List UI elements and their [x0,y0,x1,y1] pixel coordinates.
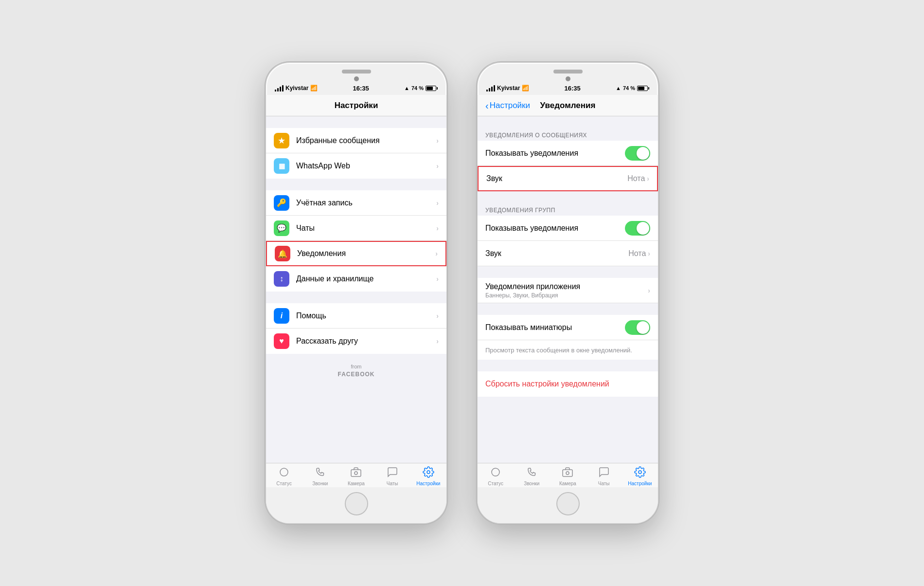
tab-calls-left[interactable]: Звонки [308,466,332,486]
chevron-icon-2: › [436,162,439,170]
chats-tab-label: Чаты [387,481,398,486]
settings-content-right: УВЕДОМЛЕНИЯ О СООБЩЕНИЯХ Показывать увед… [478,116,658,463]
tab-status-left[interactable]: Статус [272,466,296,486]
back-button[interactable]: ‹ Настройки [485,101,530,110]
group-show-notifications-item[interactable]: Показывать уведомления [478,216,658,241]
from-label: from [271,364,442,369]
chevron-icon-7: › [436,312,439,320]
time-right: 16:35 [565,85,581,92]
chevron-icon: › [436,137,439,145]
nav-bar-right: ‹ Настройки Уведомления [478,95,658,116]
home-button-area-right [478,487,658,523]
messages-section-list: Показывать уведомления Звук Нота › [478,141,658,191]
speaker-left [342,70,371,73]
help-icon: i [274,308,289,324]
chats-label: Чаты [296,224,436,233]
sound-item[interactable]: Звук Нота › [478,166,658,191]
svg-point-7 [639,471,641,474]
app-notifications-section: Уведомления приложения Баннеры, Звуки, В… [478,278,658,303]
battery-percent-left: 74 % [411,85,424,91]
spacer-r2 [478,191,658,203]
help-label: Помощь [296,311,436,320]
notifications-page-title: Уведомления [540,101,596,110]
svg-rect-1 [351,470,361,476]
group-show-notifications-toggle[interactable] [625,221,650,236]
status-tab-icon [278,466,290,480]
settings-tab-label-r: Настройки [628,481,652,486]
tab-chats-right[interactable]: Чаты [592,466,616,486]
group-sound-chevron-icon: › [648,250,650,257]
account-icon: 🔑 [274,195,289,211]
home-button-left[interactable] [345,492,368,515]
battery-icon-right [637,86,649,91]
carrier-right: Kyivstar [497,85,520,92]
show-notifications-item[interactable]: Показывать уведомления [478,141,658,166]
tab-calls-right[interactable]: Звонки [519,466,544,486]
whatsapp-web-icon: ▦ [274,158,289,174]
reset-notifications-item[interactable]: Сбросить настройки уведомлений [478,371,658,397]
settings-item-account[interactable]: 🔑 Учётная запись › [266,190,446,216]
tab-bar-right: Статус Звонки Камера Чаты [478,463,658,487]
section-2: 🔑 Учётная запись › 💬 Чаты › 🔔 Уведомлени… [266,190,446,292]
thumbnails-section: Показывать миниатюры Просмотр текста соо… [478,315,658,360]
show-notifications-toggle[interactable] [625,146,650,161]
tab-camera-left[interactable]: Камера [344,466,368,486]
chevron-icon-6: › [436,275,439,283]
tab-settings-left[interactable]: Настройки [416,466,441,486]
app-notifications-sublabel: Баннеры, Звуки, Вибрация [485,292,580,299]
time-left: 16:35 [353,85,369,92]
starred-label: Избранные сообщения [296,136,436,145]
camera-tab-label: Камера [348,481,365,486]
preview-description-text: Просмотр текста сообщения в окне уведомл… [485,347,632,354]
tab-status-right[interactable]: Статус [483,466,508,486]
settings-item-chats[interactable]: 💬 Чаты › [266,216,446,241]
facebook-brand: FACEBOOK [338,371,374,378]
location-icon-right: ▲ [616,85,621,91]
tab-chats-left[interactable]: Чаты [380,466,405,486]
groups-section-list: Показывать уведомления Звук Нота › [478,216,658,266]
notifications-icon: 🔔 [275,246,290,261]
status-bar-left: Kyivstar 📶 16:35 ▲ 74 % [266,81,446,95]
app-notifications-item[interactable]: Уведомления приложения Баннеры, Звуки, В… [478,278,658,303]
show-thumbnails-toggle[interactable] [625,320,650,335]
data-label: Данные и хранилище [296,275,436,283]
preview-description-item: Просмотр текста сообщения в окне уведомл… [478,340,658,360]
signal-icon [275,85,284,92]
camera-left [354,76,359,81]
wifi-icon-right: 📶 [522,85,529,92]
camera-tab-label-r: Камера [559,481,576,486]
show-thumbnails-label: Показывать миниатюры [485,323,572,332]
calls-tab-icon-r [526,466,537,480]
settings-item-tell-friend[interactable]: ♥ Рассказать другу › [266,329,446,354]
home-button-right[interactable] [556,492,580,515]
spacer-r4 [478,303,658,315]
settings-item-notifications[interactable]: 🔔 Уведомления › [266,241,446,266]
screen-right: ‹ Настройки Уведомления УВЕДОМЛЕНИЯ О СО… [478,95,658,487]
groups-section-header: УВЕДОМЛЕНИЯ ГРУПП [478,203,658,216]
group-sound-item[interactable]: Звук Нота › [478,241,658,266]
settings-item-help[interactable]: i Помощь › [266,303,446,329]
account-label: Учётная запись [296,199,436,207]
settings-item-whatsapp-web[interactable]: ▦ WhatsApp Web › [266,153,446,179]
tell-friend-icon: ♥ [274,333,289,349]
svg-point-6 [566,472,569,475]
chats-tab-icon-r [598,466,610,480]
carrier-left: Kyivstar [285,85,308,92]
wifi-icon: 📶 [310,85,318,92]
tab-camera-right[interactable]: Камера [555,466,580,486]
status-tab-label-r: Статус [488,481,503,486]
settings-item-starred[interactable]: ★ Избранные сообщения › [266,128,446,153]
tab-settings-right[interactable]: Настройки [628,466,652,486]
svg-point-4 [492,468,499,476]
svg-point-3 [427,471,430,474]
settings-item-data[interactable]: ↕ Данные и хранилище › [266,266,446,292]
phone-top-left [266,63,446,81]
camera-right [566,76,570,81]
sound-chevron-icon: › [647,175,649,183]
messages-section-header: УВЕДОМЛЕНИЯ О СООБЩЕНИЯХ [478,128,658,141]
chevron-icon-5: › [435,250,438,257]
show-thumbnails-item[interactable]: Показывать миниатюры [478,315,658,340]
show-notifications-label: Показывать уведомления [485,149,578,158]
status-tab-icon-r [490,466,501,480]
chevron-icon-8: › [436,337,439,345]
